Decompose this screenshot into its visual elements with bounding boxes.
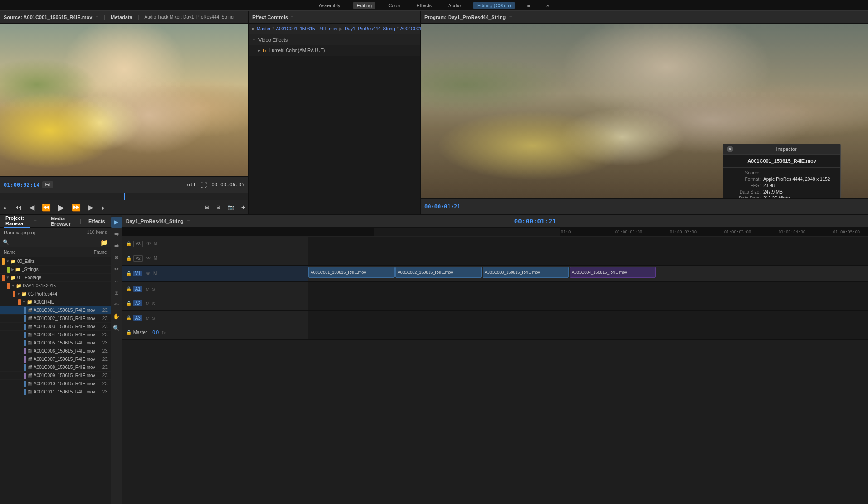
tree-item-00_edits[interactable]: ▼📁00_Edits: [0, 257, 111, 266]
track-content-a3[interactable]: [308, 311, 868, 325]
nav-audio[interactable]: Audio: [444, 2, 464, 9]
tool-select[interactable]: ▶: [111, 217, 122, 228]
track-v1-sync[interactable]: M: [153, 271, 157, 276]
tool-zoom[interactable]: 🔍: [111, 323, 122, 334]
track-a3-m[interactable]: M: [146, 316, 150, 320]
timeline-menu-icon[interactable]: ≡: [187, 218, 190, 223]
tool-pen[interactable]: ✏: [111, 299, 122, 310]
tool-hand[interactable]: ✋: [111, 311, 122, 322]
source-timeline-strip[interactable]: [0, 193, 248, 200]
track-a1-active[interactable]: A1: [133, 286, 142, 292]
tree-item-01_footage[interactable]: ▼📁01_Footage: [0, 274, 111, 282]
tree-item-clip4[interactable]: 🎬A001C004_150615_R4IE.mov23.: [0, 331, 111, 339]
tab-media-browser[interactable]: Media Browser: [49, 215, 74, 228]
effect-lumetri-row[interactable]: ▶ fx Lumetri Color (AMIRA LUT): [249, 45, 420, 56]
track-a2-s[interactable]: S: [152, 301, 155, 306]
nav-assembly[interactable]: Assembly: [315, 2, 344, 9]
effect-controls-menu[interactable]: ≡: [291, 15, 293, 19]
track-v1-eye-icon[interactable]: 👁: [146, 271, 151, 276]
tree-item-day1[interactable]: ▼📁DAY1-06152015: [0, 282, 111, 290]
nav-more[interactable]: »: [543, 2, 553, 9]
breadcrumb-clip[interactable]: A001C001_150615_R4IE.mov: [276, 26, 337, 31]
track-content-v3[interactable]: [308, 237, 868, 251]
track-content-a1[interactable]: [308, 282, 868, 296]
tree-item-clip1[interactable]: 🎬A001C001_150615_R4IE.mov23.: [0, 306, 111, 315]
nav-menu[interactable]: ≡: [524, 2, 534, 9]
camera-btn[interactable]: 📷: [225, 204, 237, 211]
tree-item-01_prores[interactable]: ▼📁01-ProRes444: [0, 290, 111, 298]
project-search-input[interactable]: [11, 240, 98, 245]
tree-item-clip2[interactable]: 🎬A001C002_150615_R4IE.mov23.: [0, 315, 111, 323]
project-menu-icon[interactable]: ≡: [34, 218, 37, 223]
program-panel-menu[interactable]: ≡: [509, 15, 512, 19]
track-a3-s[interactable]: S: [152, 316, 155, 320]
source-panel-menu-icon[interactable]: ≡: [96, 15, 98, 19]
breadcrumb-sequence[interactable]: Day1_ProRes444_String: [345, 26, 395, 31]
tool-slide[interactable]: ⊞: [111, 287, 122, 298]
v1-clip-3[interactable]: A001C003_150615_R4IE.mov: [483, 267, 569, 278]
tab-project[interactable]: Project: Ranexa: [4, 214, 30, 228]
timeline-timecode[interactable]: 00:00:01:21: [514, 218, 556, 225]
back-btn[interactable]: ⏪: [39, 202, 54, 213]
nav-editing-cs55[interactable]: Editing (CS5.5): [473, 2, 515, 9]
nav-editing[interactable]: Editing: [353, 2, 376, 9]
track-a1-s[interactable]: S: [152, 287, 155, 291]
tool-rolling[interactable]: ⇌: [111, 240, 122, 251]
source-fit-dropdown[interactable]: Fit: [42, 181, 53, 188]
add-btn[interactable]: +: [239, 203, 248, 213]
tree-item-clip9[interactable]: 🎬A001C009_150615_R4IE.mov23.: [0, 372, 111, 380]
timeline-tab-title[interactable]: Day1_ProRes444_String: [126, 218, 184, 224]
track-content-v1[interactable]: A001C001_150615_R4IE.mov A001C002_150615…: [308, 266, 868, 281]
effect-video-effects-header[interactable]: ▼ Video Effects: [249, 34, 420, 45]
track-a1-m[interactable]: M: [146, 287, 150, 291]
track-v2-name[interactable]: V2: [133, 255, 143, 262]
source-tab-metadata[interactable]: Metadata: [111, 15, 132, 20]
track-a2-m[interactable]: M: [146, 301, 150, 306]
source-tab-mixer[interactable]: Audio Track Mixer: Day1_ProRes444_String: [145, 15, 234, 19]
source-timecode[interactable]: 01:00:02:14: [4, 182, 39, 188]
step-fwd-btn[interactable]: ▶: [85, 202, 96, 213]
tree-item-clip7[interactable]: 🎬A001C007_150615_R4IE.mov23.: [0, 355, 111, 363]
v1-clip-4[interactable]: A001C004_150615_R4IE.mov: [570, 267, 656, 278]
track-a3-active[interactable]: A3: [133, 315, 142, 321]
tree-item-clip3[interactable]: 🎬A001C003_150615_R4IE.mov23.: [0, 323, 111, 331]
track-v3-eye-icon[interactable]: 👁: [146, 241, 151, 246]
tree-item-clip6[interactable]: 🎬A001C006_150615_R4IE.mov23.: [0, 347, 111, 355]
program-timecode[interactable]: 00:00:01:21: [424, 204, 460, 210]
track-content-a2[interactable]: [308, 296, 868, 310]
tool-slip[interactable]: ↔: [111, 276, 122, 286]
v1-clip-2[interactable]: A001C002_150615_R4IE.mov: [395, 267, 482, 278]
file-tree[interactable]: ▼📁00_Edits▶📁_Strings▼📁01_Footage▼📁DAY1-0…: [0, 257, 111, 504]
tool-ripple[interactable]: ⇋: [111, 228, 122, 239]
track-master-expand[interactable]: ▷: [162, 330, 166, 335]
breadcrumb-master[interactable]: Master: [257, 26, 271, 31]
tree-item-a001r4ie[interactable]: ▼📁A001R4IE: [0, 298, 111, 306]
track-v2-eye-icon[interactable]: 👁: [146, 256, 151, 261]
tree-item-clip5[interactable]: 🎬A001C005_150615_R4IE.mov23.: [0, 339, 111, 347]
track-v2-sync[interactable]: M: [154, 256, 157, 261]
step-back-btn[interactable]: ◀: [26, 202, 37, 213]
v1-clip-1[interactable]: A001C001_150615_R4IE.mov: [308, 267, 395, 278]
insert-btn[interactable]: ⊞: [202, 204, 212, 211]
overwrite-btn[interactable]: ⊟: [214, 204, 223, 211]
track-v3-sync[interactable]: M: [154, 241, 157, 246]
tree-item-strings[interactable]: ▶📁_Strings: [0, 266, 111, 274]
play-btn[interactable]: ▶: [55, 202, 67, 213]
mark-in-btn[interactable]: ⬧: [0, 203, 10, 213]
nav-effects[interactable]: Effects: [413, 2, 435, 9]
tree-item-clip11[interactable]: 🎬A001C011_150615_R4IE.mov23.: [0, 388, 111, 396]
inspector-close-btn[interactable]: ✕: [727, 146, 733, 152]
track-v1-active[interactable]: V1: [133, 271, 142, 276]
track-content-master[interactable]: [308, 325, 868, 339]
mark-out-btn[interactable]: ⬧: [98, 203, 108, 213]
track-v3-eye[interactable]: V3: [133, 241, 143, 247]
forward-btn[interactable]: ⏩: [69, 202, 83, 213]
track-content-v2[interactable]: [308, 251, 868, 265]
nav-color[interactable]: Color: [385, 2, 404, 9]
track-a2-active[interactable]: A2: [133, 300, 142, 306]
source-full-icon[interactable]: ⛶: [199, 180, 209, 189]
tab-effects[interactable]: Effects: [87, 218, 107, 225]
tool-rate[interactable]: ⊕: [111, 252, 122, 263]
tree-item-clip8[interactable]: 🎬A001C008_150615_R4IE.mov23.: [0, 363, 111, 372]
go-in-btn[interactable]: ⏮: [12, 203, 24, 213]
